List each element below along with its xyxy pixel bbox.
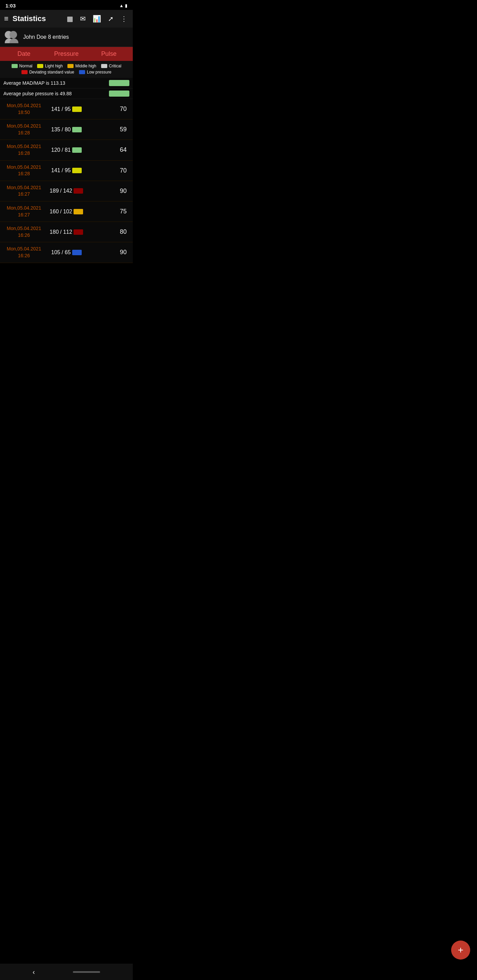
row-dia: / 81 — [62, 147, 71, 153]
status-icons: ▲ ▮ — [119, 3, 127, 8]
col-pressure: Pressure — [45, 50, 88, 57]
row-dia: / 95 — [62, 167, 71, 173]
row-pressure: 189 / 142 — [45, 188, 88, 194]
row-dia: / 65 — [62, 250, 71, 256]
row-date: Mon,05.04.202116:26 — [3, 225, 45, 239]
avg-mad-label: Average MAD/MAP is 113.13 — [3, 80, 65, 86]
legend-low-pressure-box — [79, 70, 85, 74]
legend-middle-high-label: Middle high — [75, 64, 96, 68]
legend-deviating-label: Deviating standard value — [29, 70, 74, 75]
legend-normal-box — [11, 64, 18, 68]
table-row[interactable]: Mon,05.04.202116:26 105 / 65 90 — [0, 242, 133, 263]
row-sys: 141 — [51, 106, 60, 112]
row-date: Mon,05.04.202118:50 — [3, 102, 45, 116]
table-header: Date Pressure Pulse — [0, 47, 133, 61]
legend: Normal Light high Middle high Critical D… — [0, 61, 133, 78]
toolbar-icon-chart[interactable]: 📊 — [91, 13, 102, 24]
row-date: Mon,05.04.202116:26 — [3, 246, 45, 259]
toolbar: ≡ Statistics ▦ ✉ 📊 ➚ ⋮ — [0, 10, 133, 27]
table-row[interactable]: Mon,05.04.202116:28 141 / 95 70 — [0, 161, 133, 181]
data-table: Mon,05.04.202118:50 141 / 95 70 Mon,05.0… — [0, 99, 133, 263]
table-row[interactable]: Mon,05.04.202116:28 120 / 81 64 — [0, 140, 133, 160]
row-sys: 135 — [51, 127, 60, 133]
row-date: Mon,05.04.202116:28 — [3, 123, 45, 136]
row-date: Mon,05.04.202116:27 — [3, 205, 45, 218]
status-time: 1:03 — [5, 3, 16, 8]
row-dia: / 95 — [62, 106, 71, 112]
pressure-indicator — [72, 147, 82, 153]
table-row[interactable]: Mon,05.04.202116:26 180 / 112 80 — [0, 222, 133, 242]
row-dia: / 102 — [60, 208, 72, 215]
row-pulse: 64 — [88, 146, 130, 153]
row-sys: 180 — [50, 229, 59, 235]
toolbar-icon-email[interactable]: ✉ — [79, 13, 87, 24]
toolbar-icon-sdcard[interactable]: ▦ — [65, 13, 75, 24]
pressure-indicator — [73, 229, 83, 235]
legend-row-2: Deviating standard value Low pressure — [3, 70, 129, 75]
page-title: Statistics — [13, 14, 61, 23]
row-sys: 160 — [50, 208, 59, 215]
legend-critical-label: Critical — [109, 64, 121, 68]
table-row[interactable]: Mon,05.04.202116:28 135 / 80 59 — [0, 119, 133, 140]
avg-mad-bar — [109, 80, 129, 86]
legend-light-high: Light high — [37, 64, 63, 68]
pressure-indicator — [72, 250, 82, 255]
row-pulse: 75 — [88, 208, 130, 215]
table-row[interactable]: Mon,05.04.202116:27 160 / 102 75 — [0, 202, 133, 222]
user-row: John Doe 8 entries — [0, 27, 133, 47]
row-dia: / 142 — [60, 188, 72, 194]
avg-pulse-row: Average pulse pressure is 49.88 — [0, 89, 133, 99]
pressure-indicator — [73, 209, 83, 215]
col-pulse: Pulse — [88, 50, 130, 57]
legend-row-1: Normal Light high Middle high Critical — [3, 64, 129, 68]
row-pressure: 105 / 65 — [45, 250, 88, 256]
row-pressure: 120 / 81 — [45, 147, 88, 153]
status-bar: 1:03 ▲ ▮ — [0, 0, 133, 10]
row-pressure: 135 / 80 — [45, 127, 88, 133]
row-pressure: 160 / 102 — [45, 208, 88, 215]
pressure-indicator — [72, 107, 82, 112]
row-date: Mon,05.04.202116:28 — [3, 164, 45, 177]
legend-light-high-box — [37, 64, 43, 68]
row-pressure: 141 / 95 — [45, 167, 88, 173]
avatar — [5, 31, 20, 43]
row-sys: 141 — [51, 167, 60, 173]
avg-pulse-label: Average pulse pressure is 49.88 — [3, 91, 72, 96]
legend-normal-label: Normal — [19, 64, 33, 68]
legend-critical-box — [101, 64, 107, 68]
row-sys: 105 — [51, 250, 60, 256]
legend-normal: Normal — [11, 64, 33, 68]
row-dia: / 80 — [62, 127, 71, 133]
row-sys: 120 — [51, 147, 60, 153]
menu-button[interactable]: ≡ — [4, 15, 8, 22]
row-pulse: 70 — [88, 167, 130, 174]
user-name: John Doe 8 entries — [23, 34, 69, 40]
avg-pulse-bar — [109, 91, 129, 97]
row-pressure: 141 / 95 — [45, 106, 88, 112]
legend-deviating: Deviating standard value — [21, 70, 74, 75]
legend-middle-high-box — [67, 64, 73, 68]
signal-icon: ▲ — [119, 3, 124, 8]
row-sys: 189 — [50, 188, 59, 194]
legend-low-pressure-label: Low pressure — [87, 70, 111, 75]
avg-mad-row: Average MAD/MAP is 113.13 — [0, 78, 133, 89]
row-date: Mon,05.04.202116:27 — [3, 185, 45, 198]
pressure-indicator — [72, 168, 82, 173]
table-row[interactable]: Mon,05.04.202118:50 141 / 95 70 — [0, 99, 133, 119]
battery-icon: ▮ — [125, 3, 127, 8]
table-row[interactable]: Mon,05.04.202116:27 189 / 142 90 — [0, 181, 133, 202]
legend-low-pressure: Low pressure — [79, 70, 111, 75]
row-dia: / 112 — [60, 229, 72, 235]
legend-deviating-box — [21, 70, 27, 74]
row-pulse: 90 — [88, 249, 130, 256]
toolbar-icon-share[interactable]: ➚ — [107, 13, 115, 24]
row-pulse: 70 — [88, 105, 130, 113]
row-pressure: 180 / 112 — [45, 229, 88, 235]
row-pulse: 80 — [88, 228, 130, 235]
toolbar-icon-more[interactable]: ⋮ — [119, 13, 129, 24]
pressure-indicator — [72, 127, 82, 132]
row-pulse: 59 — [88, 126, 130, 133]
row-date: Mon,05.04.202116:28 — [3, 143, 45, 156]
pressure-indicator — [73, 188, 83, 194]
row-pulse: 90 — [88, 188, 130, 195]
